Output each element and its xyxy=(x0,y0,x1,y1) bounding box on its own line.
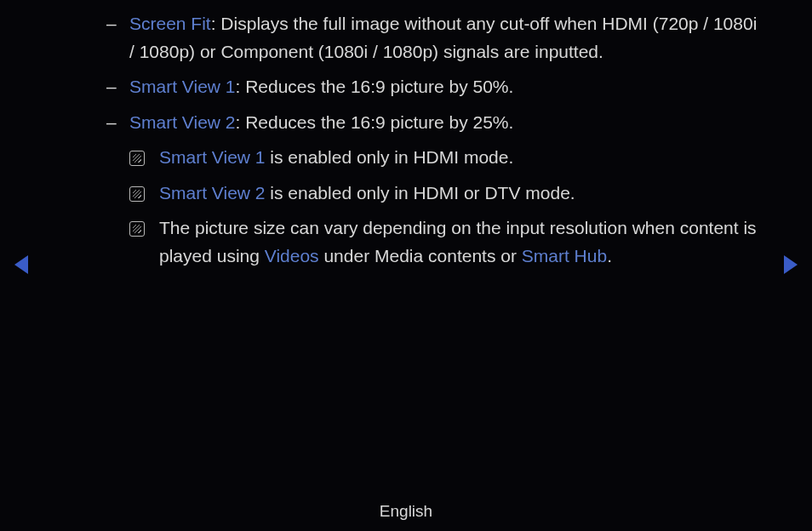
note-icon-wrapper xyxy=(129,180,159,208)
item-text: Smart View 1: Reduces the 16:9 picture b… xyxy=(129,73,761,101)
note-icon xyxy=(129,186,145,202)
note3-post: . xyxy=(607,246,612,266)
desc: : Reduces the 16:9 picture by 50%. xyxy=(236,77,514,96)
bullet: – xyxy=(106,73,129,101)
language-label: English xyxy=(0,502,812,521)
note-item: Smart View 1 is enabled only in HDMI mod… xyxy=(106,144,761,172)
next-page-button[interactable] xyxy=(784,255,798,274)
list-item: – Screen Fit: Displays the full image wi… xyxy=(106,10,761,66)
note-item: Smart View 2 is enabled only in HDMI or … xyxy=(106,180,761,208)
term-smart-view-1-note: Smart View 1 xyxy=(159,147,266,167)
term-smart-view-2: Smart View 2 xyxy=(129,112,236,132)
desc: is enabled only in HDMI mode. xyxy=(266,147,514,167)
term-smart-view-1: Smart View 1 xyxy=(129,77,236,96)
term-videos: Videos xyxy=(265,246,319,266)
desc: : Displays the full image without any cu… xyxy=(129,14,757,61)
prev-page-button[interactable] xyxy=(14,255,28,274)
note-text: Smart View 2 is enabled only in HDMI or … xyxy=(159,180,761,208)
note-text: The picture size can vary depending on t… xyxy=(159,214,761,270)
list-item: – Smart View 2: Reduces the 16:9 picture… xyxy=(106,109,761,137)
desc: is enabled only in HDMI or DTV mode. xyxy=(266,183,575,203)
arrow-left-icon xyxy=(14,255,28,274)
term-smart-view-2-note: Smart View 2 xyxy=(159,183,266,203)
bullet: – xyxy=(106,109,129,137)
bullet: – xyxy=(106,10,129,66)
note-icon-wrapper xyxy=(129,214,159,270)
arrow-right-icon xyxy=(784,255,798,274)
note-item: The picture size can vary depending on t… xyxy=(106,214,761,270)
list-item: – Smart View 1: Reduces the 16:9 picture… xyxy=(106,73,761,101)
note-icon xyxy=(129,221,145,237)
desc: : Reduces the 16:9 picture by 25%. xyxy=(236,112,514,132)
note-icon xyxy=(129,151,145,166)
item-text: Screen Fit: Displays the full image with… xyxy=(129,10,761,66)
note3-mid: under Media contents or xyxy=(319,246,522,266)
term-smart-hub: Smart Hub xyxy=(522,246,607,266)
note-text: Smart View 1 is enabled only in HDMI mod… xyxy=(159,144,761,172)
manual-content: – Screen Fit: Displays the full image wi… xyxy=(0,0,812,270)
note-icon-wrapper xyxy=(129,144,159,172)
term-screen-fit: Screen Fit xyxy=(129,14,211,33)
item-text: Smart View 2: Reduces the 16:9 picture b… xyxy=(129,109,761,137)
